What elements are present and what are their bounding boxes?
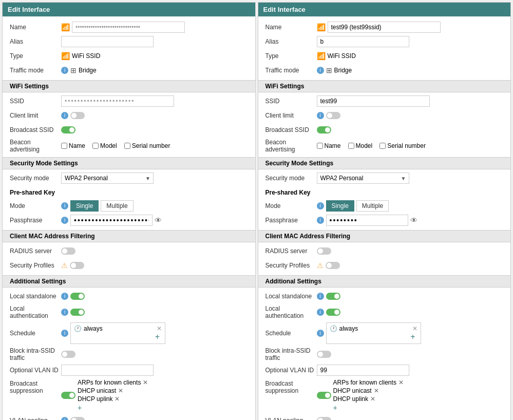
traffic-mode-info-icon[interactable]: i xyxy=(61,67,68,74)
p2-type-row: Type 📶 WiFi SSID xyxy=(265,50,504,62)
broadcast-ssid-label: Broadcast SSID xyxy=(10,126,61,133)
p2-beacon-name-label[interactable]: Name xyxy=(317,142,341,149)
p2-schedule-add-btn[interactable]: + xyxy=(330,332,417,341)
ssid-input[interactable] xyxy=(61,96,174,107)
schedule-row: Schedule i 🕐 always ✕ + xyxy=(10,322,248,344)
p2-broadcast-add-btn[interactable]: + xyxy=(333,404,404,412)
local-auth-info-icon[interactable]: i xyxy=(61,309,68,316)
p2-beacon-model-label[interactable]: Model xyxy=(348,142,373,149)
p2-mode-single-btn[interactable]: Single xyxy=(326,200,354,212)
p2-broadcast-item-2-remove[interactable]: ✕ xyxy=(374,387,379,394)
broadcast-item-2-remove[interactable]: ✕ xyxy=(118,387,123,394)
p2-name-row: Name 📶 xyxy=(265,22,504,33)
p2-passphrase-input[interactable] xyxy=(326,215,408,226)
p2-broadcast-item-1-remove[interactable]: ✕ xyxy=(398,379,404,386)
block-intra-toggle[interactable] xyxy=(61,351,75,358)
security-profiles-toggle[interactable] xyxy=(70,262,84,269)
local-standalone-toggle[interactable] xyxy=(70,293,85,300)
p2-local-auth-toggle[interactable] xyxy=(326,309,340,316)
security-mode-select[interactable]: WPA2 Personal xyxy=(61,173,154,184)
p2-beacon-serial-label[interactable]: Serial number xyxy=(379,142,426,149)
broadcast-add-btn[interactable]: + xyxy=(78,404,148,412)
p2-alias-input[interactable] xyxy=(317,36,409,47)
eye-icon[interactable]: 👁 xyxy=(155,216,162,224)
p2-local-auth-info-icon[interactable]: i xyxy=(317,309,324,316)
vlan-pooling-info-icon[interactable]: i xyxy=(61,417,68,420)
p2-additional-settings-header: Additional Settings xyxy=(258,275,511,288)
p2-beacon-model-checkbox[interactable] xyxy=(348,143,354,149)
client-limit-info-icon[interactable]: i xyxy=(61,112,68,119)
mode-single-btn[interactable]: Single xyxy=(70,200,99,212)
beacon-model-label[interactable]: Model xyxy=(92,142,117,149)
p2-client-limit-toggle[interactable] xyxy=(326,112,340,119)
p2-security-profiles-toggle[interactable] xyxy=(326,262,340,269)
client-limit-label: Client limit xyxy=(10,112,61,119)
p2-broadcast-item-1-text: ARPs for known clients xyxy=(333,379,396,386)
p2-schedule-info-icon[interactable]: i xyxy=(317,330,324,337)
p2-schedule-remove-btn[interactable]: ✕ xyxy=(412,325,417,332)
beacon-value: Name Model Serial number xyxy=(61,142,248,149)
beacon-name-label[interactable]: Name xyxy=(61,142,85,149)
block-intra-label: Block intra-SSID traffic xyxy=(10,347,61,361)
passphrase-info-icon[interactable]: i xyxy=(61,217,68,224)
p2-security-mode-select[interactable]: WPA2 Personal xyxy=(317,173,409,184)
name-input[interactable] xyxy=(72,22,185,33)
p2-local-standalone-info-icon[interactable]: i xyxy=(317,293,324,300)
p2-security-mode-row: Security mode WPA2 Personal ▼ xyxy=(265,173,504,184)
p2-ssid-input[interactable] xyxy=(317,96,430,107)
p2-passphrase-info-icon[interactable]: i xyxy=(317,217,324,224)
p2-vlan-pooling-toggle[interactable] xyxy=(317,417,331,420)
vlan-input[interactable]: 0 xyxy=(61,365,154,376)
p2-broadcast-ssid-toggle[interactable] xyxy=(317,126,331,133)
p2-radius-toggle[interactable] xyxy=(317,247,331,255)
broadcast-sup-value: ARPs for known clients ✕ DHCP unicast ✕ … xyxy=(61,379,248,412)
beacon-serial-label[interactable]: Serial number xyxy=(124,142,170,149)
vlan-pooling-toggle[interactable] xyxy=(70,417,85,420)
radius-toggle[interactable] xyxy=(61,247,75,255)
mode-info-icon[interactable]: i xyxy=(61,202,68,209)
broadcast-ssid-toggle[interactable] xyxy=(61,126,75,133)
p2-traffic-mode-label: Traffic mode xyxy=(265,67,317,74)
p2-client-limit-info-icon[interactable]: i xyxy=(317,112,324,119)
p2-beacon-name-checkbox[interactable] xyxy=(317,143,323,149)
schedule-add-btn[interactable]: + xyxy=(74,332,162,341)
p2-broadcast-sup-toggle[interactable] xyxy=(317,392,331,399)
p2-wifi-icon: 📶 xyxy=(317,23,326,31)
mode-multiple-btn[interactable]: Multiple xyxy=(101,200,133,212)
p2-traffic-mode-info-icon[interactable]: i xyxy=(317,67,324,74)
schedule-always: 🕐 always xyxy=(74,325,103,332)
beacon-name-checkbox[interactable] xyxy=(61,143,67,149)
traffic-mode-text: Bridge xyxy=(79,67,97,74)
schedule-container: 🕐 always ✕ + xyxy=(70,322,165,344)
p2-vlan-pooling-value xyxy=(317,417,504,420)
broadcast-item-3-remove[interactable]: ✕ xyxy=(115,395,120,403)
broadcast-item-1: ARPs for known clients ✕ xyxy=(78,379,148,386)
p2-beacon-serial-checkbox[interactable] xyxy=(379,143,386,149)
passphrase-input[interactable] xyxy=(70,215,153,226)
p2-block-intra-toggle[interactable] xyxy=(317,351,331,358)
p2-broadcast-item-3-remove[interactable]: ✕ xyxy=(370,395,375,403)
p2-local-standalone-toggle[interactable] xyxy=(326,293,340,300)
local-auth-toggle[interactable] xyxy=(70,309,85,316)
client-limit-toggle[interactable] xyxy=(70,112,85,119)
p2-mode-info-icon[interactable]: i xyxy=(317,202,324,209)
beacon-model-text: Model xyxy=(100,142,117,149)
broadcast-ssid-value xyxy=(61,126,248,133)
p2-security-mode-header: Security Mode Settings xyxy=(258,157,511,169)
p2-mode-row: Mode i Single Multiple xyxy=(265,200,504,212)
p2-name-input[interactable] xyxy=(328,22,441,33)
p2-mode-multiple-btn[interactable]: Multiple xyxy=(356,200,389,212)
beacon-serial-checkbox[interactable] xyxy=(124,143,130,149)
broadcast-item-1-remove[interactable]: ✕ xyxy=(143,379,148,386)
broadcast-sup-toggle[interactable] xyxy=(61,392,75,399)
p2-type-wifi-icon: 📶 xyxy=(317,52,326,60)
local-standalone-info-icon[interactable]: i xyxy=(61,293,68,300)
schedule-remove-btn[interactable]: ✕ xyxy=(157,325,162,332)
p2-vlan-input[interactable] xyxy=(317,365,409,376)
p2-broadcast-sup-toggle-row: ARPs for known clients ✕ DHCP unicast ✕ … xyxy=(317,379,404,412)
schedule-info-icon[interactable]: i xyxy=(61,330,68,337)
p2-local-standalone-row: Local standalone i xyxy=(265,291,504,302)
beacon-model-checkbox[interactable] xyxy=(92,143,99,149)
alias-input[interactable]: b xyxy=(61,36,154,47)
p2-eye-icon[interactable]: 👁 xyxy=(410,216,417,224)
